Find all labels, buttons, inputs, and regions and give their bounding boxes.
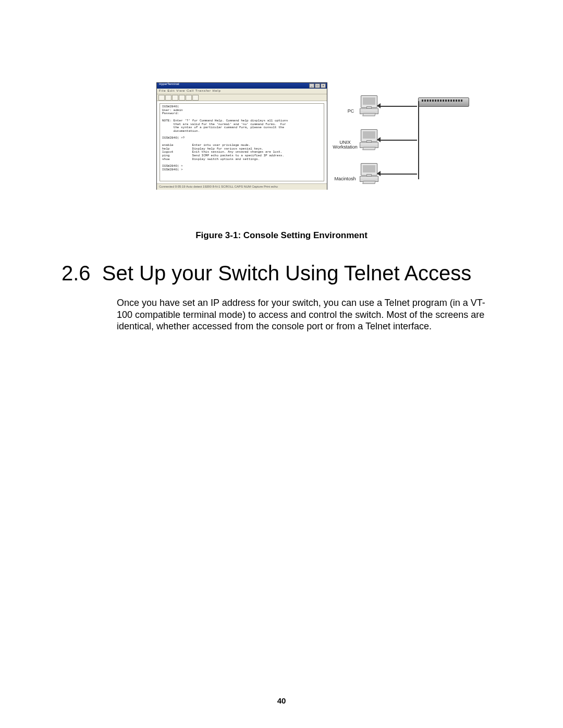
figure-caption: Figure 3-1: Console Setting Environment [0, 230, 563, 241]
terminal-output: IGSW2840| User: admin Password: NOTE: En… [160, 103, 324, 181]
terminal-toolbar [157, 94, 327, 101]
macintosh-icon [359, 163, 381, 184]
toolbar-button [172, 95, 178, 101]
figure-console-environment: HyperTerminal _ □ × File Edit View Call … [156, 82, 469, 194]
section-paragraph: Once you have set an IP address for your… [117, 297, 500, 332]
macintosh-label: Macintosh [332, 176, 359, 181]
terminal-titlebar: HyperTerminal _ □ × [157, 83, 327, 89]
toolbar-button [165, 95, 172, 101]
terminal-title: HyperTerminal [159, 82, 179, 85]
pc-icon [359, 95, 381, 116]
terminal-window: HyperTerminal _ □ × File Edit View Call … [156, 82, 327, 190]
trunk-line [418, 101, 419, 179]
toolbar-button [179, 95, 185, 101]
unix-workstation-icon [359, 129, 381, 150]
page-number: 40 [0, 696, 563, 705]
window-buttons: _ □ × [309, 83, 326, 88]
section-title: Set Up your Switch Using Telnet Access [102, 262, 471, 285]
toolbar-button [192, 95, 199, 101]
minimize-icon: _ [309, 83, 314, 88]
pc-label: PC [343, 108, 359, 114]
toolbar-button [158, 95, 165, 101]
section-number: 2.6 [62, 262, 91, 285]
terminal-body: IGSW2840| User: admin Password: NOTE: En… [157, 101, 327, 183]
terminal-statusbar: Connected 0:05:19 Auto detect 19200 8-N-… [157, 183, 327, 190]
section-heading: 2.6 Set Up your Switch Using Telnet Acce… [62, 262, 510, 285]
close-icon: × [321, 83, 326, 88]
toolbar-button [186, 95, 192, 101]
network-diagram: PC UNIXWorkstation Macintosh [334, 80, 469, 192]
maximize-icon: □ [315, 83, 320, 88]
switch-icon [418, 97, 469, 107]
page: HyperTerminal _ □ × File Edit View Call … [0, 0, 563, 728]
terminal-menubar: File Edit View Call Transfer Help [157, 89, 327, 94]
unix-label: UNIXWorkstation [328, 140, 362, 150]
